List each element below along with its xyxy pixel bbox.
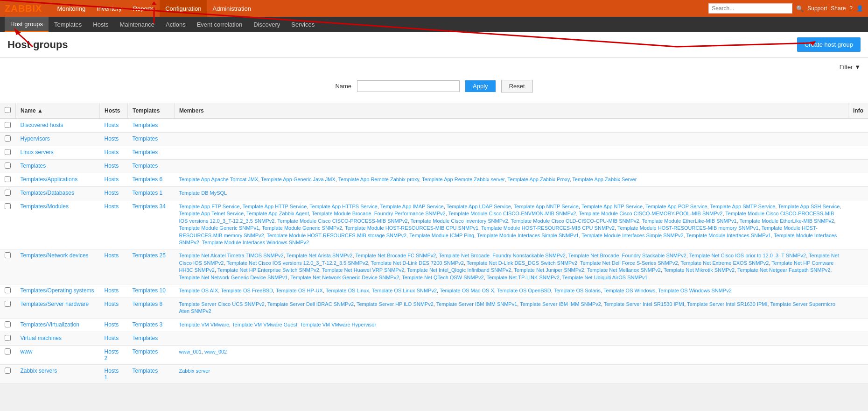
member-link[interactable]: Template Server IBM IMM SNMPv1 — [436, 301, 518, 307]
member-link[interactable]: Template Module Interfaces Windows SNMPv… — [202, 240, 309, 245]
subnav-hosts[interactable]: Hosts — [87, 17, 114, 32]
member-link[interactable]: Template Module Cisco OLD-CISCO-CPU-MIB … — [511, 218, 639, 224]
member-link[interactable]: Template Net Huawei VRP SNMPv2 — [322, 267, 404, 273]
member-link[interactable]: Template VM VMware — [179, 322, 230, 327]
member-link[interactable]: Template Net Ubiquiti AirOS SNMPv1 — [562, 275, 648, 280]
hosts-link[interactable]: Hosts — [105, 252, 119, 259]
search-input[interactable] — [708, 3, 792, 14]
hosts-link[interactable]: Hosts — [105, 149, 119, 156]
member-link[interactable]: Template Module EtherLike-MIB SNMPv2 — [739, 218, 834, 224]
member-link[interactable]: Template Net TP-LINK SNMPv2 — [487, 275, 560, 280]
member-link[interactable]: Template Server HP iLO SNMPv2 — [357, 301, 434, 307]
member-link[interactable]: Template OS Windows — [603, 288, 655, 293]
templates-link[interactable]: Templates — [133, 149, 158, 156]
row-select-checkbox[interactable] — [5, 176, 11, 182]
templates-link[interactable]: Templates — [133, 335, 158, 341]
hosts-link[interactable]: Hosts — [105, 135, 119, 142]
group-name-link[interactable]: Discovered hosts — [21, 122, 63, 128]
member-link[interactable]: Template Server Intel SR1630 IPMI — [687, 301, 767, 307]
member-link[interactable]: Template Net Arista SNMPv2 — [287, 253, 353, 258]
member-link[interactable]: Template OS Mac OS X — [440, 288, 494, 293]
row-select-checkbox[interactable] — [5, 149, 11, 155]
member-link[interactable]: Template Net QTech QSW SNMPv2 — [402, 275, 483, 280]
member-link[interactable]: Template App LDAP Service — [447, 204, 511, 209]
group-name-link[interactable]: Templates/Databases — [21, 190, 74, 196]
member-link[interactable]: Template Module Interfaces SNMPv1 — [686, 233, 771, 238]
member-link[interactable]: Template Module Interfaces Simple SNMPv1 — [477, 233, 579, 238]
hosts-link[interactable]: Hosts — [105, 301, 119, 307]
member-link[interactable]: Template Module Cisco CISCO-PROCESS-MIB … — [277, 218, 407, 224]
member-link[interactable]: Template Net Mikrotik SNMPv2 — [664, 267, 735, 273]
member-link[interactable]: Template OS OpenBSD — [497, 288, 551, 293]
hosts-link[interactable]: Hosts 2 — [105, 348, 119, 361]
member-link[interactable]: Template App Remote Zabbix server — [422, 177, 504, 182]
member-link[interactable]: Template OS Linux SNMPv2 — [372, 288, 437, 293]
select-all-checkbox[interactable] — [5, 107, 11, 113]
row-select-checkbox[interactable] — [5, 122, 11, 128]
member-link[interactable]: Template Server Dell iDRAC SNMPv2 — [267, 301, 354, 307]
member-link[interactable]: www_001 — [179, 349, 202, 354]
member-link[interactable]: Template Net Netgear Fastpath SNMPv2 — [737, 267, 830, 273]
member-link[interactable]: Template Module Cisco CISCO-ENVMON-MIB S… — [448, 211, 576, 216]
group-name-link[interactable]: Templates/Operating systems — [21, 287, 94, 294]
subnav-services[interactable]: Services — [286, 17, 320, 32]
subnav-templates[interactable]: Templates — [49, 17, 87, 32]
member-link[interactable]: Template Module Interfaces Simple SNMPv2 — [581, 233, 683, 238]
member-link[interactable]: Template Module Cisco CISCO-MEMORY-POOL-… — [579, 211, 722, 216]
templates-link[interactable]: Templates 1 — [133, 190, 163, 196]
hosts-link[interactable]: Hosts — [105, 190, 119, 196]
subnav-maintenance[interactable]: Maintenance — [114, 17, 160, 32]
member-link[interactable]: Template App Remote Zabbix proxy — [338, 177, 419, 182]
templates-link[interactable]: Templates — [133, 348, 158, 355]
member-link[interactable]: Template App Zabbix Server — [572, 177, 637, 182]
row-select-checkbox[interactable] — [5, 321, 11, 327]
member-link[interactable]: Template Module HOST-RESOURCES-MIB CPU S… — [345, 225, 478, 231]
row-select-checkbox[interactable] — [5, 190, 11, 196]
hosts-link[interactable]: Hosts 1 — [105, 368, 119, 381]
member-link[interactable]: Template Net Dell Force S-Series SNMPv2 — [580, 260, 678, 266]
row-select-checkbox[interactable] — [5, 335, 11, 341]
member-link[interactable]: Template App Generic Java JMX — [261, 177, 336, 182]
member-link[interactable]: Template App IMAP Service — [380, 204, 444, 209]
row-select-checkbox[interactable] — [5, 135, 11, 142]
reset-button[interactable]: Reset — [501, 80, 533, 92]
member-link[interactable]: Template Net D-Link DES_DGS Switch SNMPv… — [467, 260, 577, 266]
member-link[interactable]: Template Net Mellanox SNMPv2 — [587, 267, 661, 273]
member-link[interactable]: Template Net HP Enterprise Switch SNMPv2 — [217, 267, 319, 273]
templates-link[interactable]: Templates — [133, 135, 158, 142]
member-link[interactable]: Template Server Intel SR1530 IPMI — [604, 301, 684, 307]
row-select-checkbox[interactable] — [5, 348, 11, 354]
member-link[interactable]: Template Net D-Link DES 7200 SNMPv2 — [371, 260, 464, 266]
member-link[interactable]: Template OS FreeBSD — [221, 288, 273, 293]
member-link[interactable]: Template OS AIX — [179, 288, 218, 293]
member-link[interactable]: Template Module Cisco Inventory SNMPv2 — [411, 218, 508, 224]
hosts-link[interactable]: Hosts — [105, 163, 119, 169]
member-link[interactable]: Template OS Windows SNMPv2 — [658, 288, 732, 293]
hosts-link[interactable]: Hosts — [105, 122, 119, 128]
templates-link[interactable]: Templates — [133, 368, 158, 374]
hosts-link[interactable]: Hosts — [105, 321, 119, 328]
member-link[interactable]: Template App Zabbix Agent — [246, 211, 309, 216]
member-link[interactable]: Template OS HP-UX — [276, 288, 323, 293]
col-header-name[interactable]: Name ▲ — [16, 103, 100, 119]
member-link[interactable]: Template Net Network Generic Device SNMP… — [290, 275, 399, 280]
nav-inventory[interactable]: Inventory — [91, 0, 127, 17]
nav-configuration[interactable]: Configuration — [160, 0, 207, 17]
group-name-link[interactable]: Templates/Virtualization — [21, 321, 80, 328]
share-link[interactable]: Share — [831, 5, 846, 12]
row-select-checkbox[interactable] — [5, 203, 11, 209]
hosts-link[interactable]: Hosts — [105, 203, 119, 210]
member-link[interactable]: Template App SSH Service — [778, 204, 840, 209]
member-link[interactable]: Template App Zabbix Proxy — [507, 177, 569, 182]
member-link[interactable]: Template Net Cisco IOS prior to 12.0_3_T… — [689, 253, 806, 258]
nav-monitoring[interactable]: Monitoring — [51, 0, 91, 17]
member-link[interactable]: Template App HTTP Service — [242, 204, 307, 209]
member-link[interactable]: Template Module HOST-RESOURCES-MIB CPU S… — [481, 225, 615, 231]
subnav-discovery[interactable]: Discovery — [248, 17, 286, 32]
group-name-link[interactable]: Templates/Server hardware — [21, 301, 89, 307]
hosts-link[interactable]: Hosts — [105, 335, 119, 341]
row-select-checkbox[interactable] — [5, 368, 11, 374]
member-link[interactable]: Template Module Generic SNMPv1 — [179, 225, 259, 231]
member-link[interactable]: Template Net Intel_Qlogic Infiniband SNM… — [407, 267, 511, 273]
templates-link[interactable]: Templates 3 — [133, 321, 163, 328]
